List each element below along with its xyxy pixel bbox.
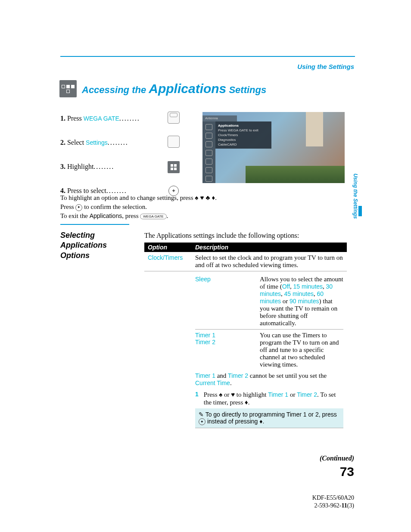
- tv-topbar: Antenna: [202, 115, 237, 121]
- instr-text: Press: [60, 203, 75, 210]
- tv-panel: Applications Press WEGA GATE to exit Clo…: [215, 121, 271, 149]
- settings-menu-icon: [166, 136, 181, 149]
- title-main: Applications: [149, 81, 226, 96]
- wega-gate-button-icon: [166, 112, 181, 125]
- continued-label: (Continued): [320, 454, 354, 462]
- sleep-label: Sleep: [195, 276, 260, 327]
- timer-desc: You can use the Timers to program the TV…: [260, 332, 343, 368]
- tv-sidebar: [202, 121, 215, 183]
- step-num: 3.: [60, 163, 65, 170]
- instructions-block: To highlight an option and to change set…: [60, 193, 345, 221]
- side-tab-label: Using the Settings: [352, 174, 358, 219]
- options-table: Option Description Clock/Timers Select t…: [144, 243, 347, 430]
- table-header: Option Description: [144, 243, 347, 252]
- applications-icon: [59, 80, 77, 97]
- title-suffix: Settings: [226, 84, 266, 95]
- timer-note: Timer 1 and Timer 2 cannot be set until …: [195, 370, 343, 389]
- tv-panel-subtitle: Press WEGA GATE to exit: [218, 128, 269, 133]
- instr-text: to confirm the selection.: [82, 203, 147, 210]
- option-desc: Select to set the clock and to program y…: [195, 254, 343, 269]
- option-label: Clock/Timers: [148, 254, 195, 269]
- arrow-icons: ♠ ♥ ♣ ♦: [195, 194, 215, 201]
- step-3: 3. Highlight: [60, 160, 181, 173]
- footer-model: KDF-E55/60A20: [312, 494, 354, 502]
- step-keyword: Settings: [86, 139, 108, 146]
- applications-word: Applications: [90, 212, 122, 219]
- step-verb: Select: [67, 139, 86, 146]
- section-intro: The Applications settings include the fo…: [144, 232, 299, 240]
- section-heading: Selecting Applications Options: [60, 230, 134, 261]
- tv-panel-item: Diagnostics: [218, 137, 269, 142]
- tip-box: ✎ To go directly to programming Timer 1 …: [195, 408, 343, 428]
- step-verb: Press: [67, 115, 84, 122]
- section-rule: [60, 224, 129, 225]
- numbered-step: 1 Press ♠ or ♥ to highlight Timer 1 or T…: [195, 389, 343, 408]
- table-row: Sleep Allows you to select the amount of…: [144, 271, 347, 430]
- step-num: 2.: [60, 139, 65, 146]
- instr-text: , press: [122, 212, 140, 219]
- timer2-label: Timer 2: [195, 339, 256, 345]
- instr-text: To highlight an option and to change set…: [60, 194, 195, 201]
- timer1-label: Timer 1: [195, 332, 256, 339]
- side-tab: Using the Settings: [351, 206, 358, 266]
- tv-panel-title: Applications: [218, 123, 269, 128]
- footer-docnum: 2-593-962-11(3): [312, 502, 354, 510]
- applications-icon: [166, 161, 181, 173]
- step-num: 1.: [60, 115, 65, 122]
- header-section-label: Using the Settings: [297, 63, 354, 70]
- top-rule: [60, 56, 355, 57]
- pencil-icon: ✎: [199, 411, 204, 418]
- sleep-desc: Allows you to select the amount of time …: [260, 276, 343, 327]
- page-title: Accessing the Applications Settings: [59, 80, 266, 97]
- step-verb: Highlight: [67, 163, 93, 170]
- table-row: Clock/Timers Select to set the clock and…: [144, 252, 347, 271]
- tv-panel-item: CableCARD: [218, 142, 269, 147]
- wega-gate-button-icon: WEGA GATE: [140, 214, 166, 219]
- step-keyword: WEGA GATE: [84, 115, 119, 122]
- step-text: Press ♠ or ♥ to highlight Timer 1 or Tim…: [204, 391, 340, 406]
- sub-row: Timer 1 Timer 2 You can use the Timers t…: [195, 330, 343, 370]
- tv-panel-item: Clock/Timers: [218, 133, 269, 137]
- select-button-icon: ✦: [199, 418, 206, 425]
- title-prefix: Accessing the: [82, 84, 149, 95]
- page-number: 73: [340, 464, 354, 479]
- step-1: 1. Press WEGA GATE: [60, 112, 181, 125]
- footer: KDF-E55/60A20 2-593-962-11(3): [312, 494, 354, 510]
- th-description: Description: [195, 244, 228, 251]
- th-option: Option: [148, 244, 195, 251]
- instr-text: To exit the: [60, 212, 90, 219]
- step-2: 2. Select Settings: [60, 136, 181, 149]
- select-button-icon: ✦: [75, 204, 82, 211]
- tv-menu-screenshot: Antenna Applications Press WEGA GATE to …: [202, 112, 345, 183]
- instr-text: .: [167, 212, 168, 219]
- sub-row: Sleep Allows you to select the amount of…: [195, 274, 343, 330]
- step-number: 1: [195, 391, 199, 406]
